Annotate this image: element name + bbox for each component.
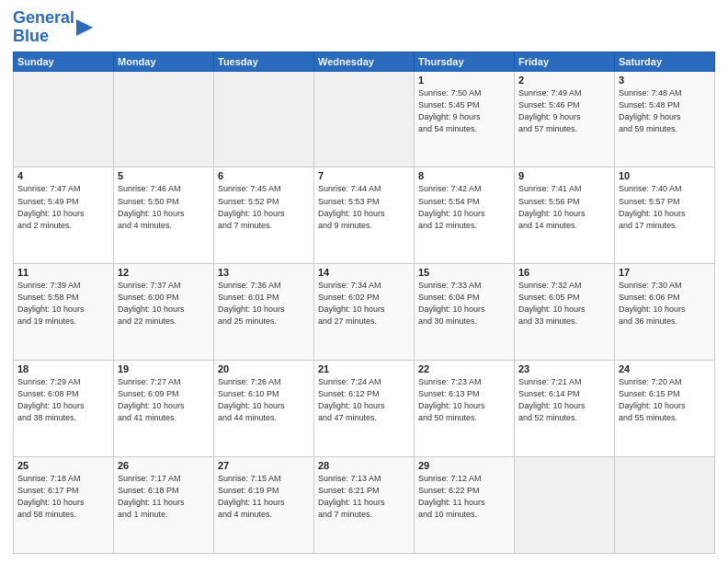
day-number: 12	[118, 267, 210, 278]
calendar-header-row: SundayMondayTuesdayWednesdayThursdayFrid…	[14, 52, 715, 71]
day-info: Sunrise: 7:30 AM Sunset: 6:06 PM Dayligh…	[619, 280, 711, 327]
day-header-monday: Monday	[114, 52, 214, 71]
calendar-cell: 26Sunrise: 7:17 AM Sunset: 6:18 PM Dayli…	[114, 457, 214, 554]
calendar-table: SundayMondayTuesdayWednesdayThursdayFrid…	[13, 52, 715, 554]
calendar-cell: 10Sunrise: 7:40 AM Sunset: 5:57 PM Dayli…	[615, 167, 715, 264]
day-info: Sunrise: 7:36 AM Sunset: 6:01 PM Dayligh…	[218, 280, 310, 327]
day-info: Sunrise: 7:47 AM Sunset: 5:49 PM Dayligh…	[17, 183, 109, 231]
logo-text2: Blue	[13, 28, 74, 46]
day-info: Sunrise: 7:41 AM Sunset: 5:56 PM Dayligh…	[518, 183, 610, 231]
calendar-cell: 28Sunrise: 7:13 AM Sunset: 6:21 PM Dayli…	[314, 457, 415, 554]
calendar-cell: 15Sunrise: 7:33 AM Sunset: 6:04 PM Dayli…	[415, 264, 515, 361]
day-number: 19	[118, 363, 210, 374]
day-number: 27	[218, 460, 310, 471]
calendar-cell	[515, 457, 615, 554]
day-info: Sunrise: 7:46 AM Sunset: 5:50 PM Dayligh…	[118, 183, 210, 231]
day-number: 22	[418, 363, 510, 374]
day-info: Sunrise: 7:40 AM Sunset: 5:57 PM Dayligh…	[619, 183, 711, 231]
day-info: Sunrise: 7:45 AM Sunset: 5:52 PM Dayligh…	[218, 183, 310, 231]
day-info: Sunrise: 7:32 AM Sunset: 6:05 PM Dayligh…	[518, 280, 610, 327]
day-number: 3	[619, 75, 711, 86]
day-info: Sunrise: 7:13 AM Sunset: 6:21 PM Dayligh…	[318, 473, 410, 521]
calendar-cell: 16Sunrise: 7:32 AM Sunset: 6:05 PM Dayli…	[515, 264, 615, 361]
calendar-cell: 1Sunrise: 7:50 AM Sunset: 5:45 PM Daylig…	[415, 71, 515, 167]
day-number: 2	[518, 75, 610, 86]
day-info: Sunrise: 7:49 AM Sunset: 5:46 PM Dayligh…	[518, 87, 610, 135]
header: General Blue	[13, 9, 715, 46]
day-info: Sunrise: 7:15 AM Sunset: 6:19 PM Dayligh…	[218, 473, 310, 521]
calendar-cell	[114, 71, 214, 167]
day-number: 24	[619, 363, 711, 374]
day-number: 1	[418, 75, 510, 86]
day-number: 15	[418, 267, 510, 278]
calendar-cell: 17Sunrise: 7:30 AM Sunset: 6:06 PM Dayli…	[615, 264, 715, 361]
calendar-week-5: 25Sunrise: 7:18 AM Sunset: 6:17 PM Dayli…	[14, 457, 715, 554]
calendar-cell: 4Sunrise: 7:47 AM Sunset: 5:49 PM Daylig…	[14, 167, 114, 264]
day-info: Sunrise: 7:48 AM Sunset: 5:48 PM Dayligh…	[619, 87, 711, 135]
day-header-tuesday: Tuesday	[214, 52, 314, 71]
day-info: Sunrise: 7:12 AM Sunset: 6:22 PM Dayligh…	[418, 473, 510, 521]
calendar-week-1: 1Sunrise: 7:50 AM Sunset: 5:45 PM Daylig…	[14, 71, 715, 167]
day-number: 18	[17, 363, 109, 374]
day-number: 11	[17, 267, 109, 278]
calendar-cell: 13Sunrise: 7:36 AM Sunset: 6:01 PM Dayli…	[214, 264, 314, 361]
calendar-cell	[14, 71, 114, 167]
calendar-cell: 25Sunrise: 7:18 AM Sunset: 6:17 PM Dayli…	[14, 457, 114, 554]
day-number: 26	[118, 460, 210, 471]
day-number: 4	[17, 170, 109, 181]
logo-text: General	[13, 9, 74, 28]
day-number: 9	[518, 170, 610, 181]
day-header-friday: Friday	[515, 52, 615, 71]
calendar-cell: 7Sunrise: 7:44 AM Sunset: 5:53 PM Daylig…	[314, 167, 415, 264]
day-number: 20	[218, 363, 310, 374]
day-info: Sunrise: 7:33 AM Sunset: 6:04 PM Dayligh…	[418, 280, 510, 327]
calendar-cell: 19Sunrise: 7:27 AM Sunset: 6:09 PM Dayli…	[114, 361, 214, 457]
calendar-week-3: 11Sunrise: 7:39 AM Sunset: 5:58 PM Dayli…	[14, 264, 715, 361]
calendar-cell: 9Sunrise: 7:41 AM Sunset: 5:56 PM Daylig…	[515, 167, 615, 264]
day-info: Sunrise: 7:18 AM Sunset: 6:17 PM Dayligh…	[17, 473, 109, 521]
day-number: 25	[17, 460, 109, 471]
day-number: 5	[118, 170, 210, 181]
day-header-wednesday: Wednesday	[314, 52, 415, 71]
day-info: Sunrise: 7:37 AM Sunset: 6:00 PM Dayligh…	[118, 280, 210, 327]
calendar-cell: 6Sunrise: 7:45 AM Sunset: 5:52 PM Daylig…	[214, 167, 314, 264]
day-number: 17	[619, 267, 711, 278]
day-header-sunday: Sunday	[14, 52, 114, 71]
page: General Blue SundayMondayTuesday	[0, 0, 728, 563]
day-info: Sunrise: 7:24 AM Sunset: 6:12 PM Dayligh…	[318, 376, 410, 424]
day-number: 23	[518, 363, 610, 374]
calendar-cell: 12Sunrise: 7:37 AM Sunset: 6:00 PM Dayli…	[114, 264, 214, 361]
calendar-cell: 18Sunrise: 7:29 AM Sunset: 6:08 PM Dayli…	[14, 361, 114, 457]
logo: General Blue	[13, 9, 93, 46]
day-info: Sunrise: 7:26 AM Sunset: 6:10 PM Dayligh…	[218, 376, 310, 424]
calendar-cell: 3Sunrise: 7:48 AM Sunset: 5:48 PM Daylig…	[615, 71, 715, 167]
calendar-cell: 14Sunrise: 7:34 AM Sunset: 6:02 PM Dayli…	[314, 264, 415, 361]
day-info: Sunrise: 7:17 AM Sunset: 6:18 PM Dayligh…	[118, 473, 210, 521]
calendar-cell: 29Sunrise: 7:12 AM Sunset: 6:22 PM Dayli…	[415, 457, 515, 554]
calendar-cell: 11Sunrise: 7:39 AM Sunset: 5:58 PM Dayli…	[14, 264, 114, 361]
day-info: Sunrise: 7:21 AM Sunset: 6:14 PM Dayligh…	[518, 376, 610, 424]
calendar-cell: 8Sunrise: 7:42 AM Sunset: 5:54 PM Daylig…	[415, 167, 515, 264]
calendar-cell: 20Sunrise: 7:26 AM Sunset: 6:10 PM Dayli…	[214, 361, 314, 457]
calendar-cell: 5Sunrise: 7:46 AM Sunset: 5:50 PM Daylig…	[114, 167, 214, 264]
day-info: Sunrise: 7:23 AM Sunset: 6:13 PM Dayligh…	[418, 376, 510, 424]
day-number: 8	[418, 170, 510, 181]
calendar-cell: 24Sunrise: 7:20 AM Sunset: 6:15 PM Dayli…	[615, 361, 715, 457]
day-info: Sunrise: 7:50 AM Sunset: 5:45 PM Dayligh…	[418, 87, 510, 135]
day-info: Sunrise: 7:29 AM Sunset: 6:08 PM Dayligh…	[17, 376, 109, 424]
day-number: 6	[218, 170, 310, 181]
day-number: 10	[619, 170, 711, 181]
day-info: Sunrise: 7:34 AM Sunset: 6:02 PM Dayligh…	[318, 280, 410, 327]
svg-marker-0	[76, 19, 93, 36]
calendar-cell	[615, 457, 715, 554]
day-info: Sunrise: 7:20 AM Sunset: 6:15 PM Dayligh…	[619, 376, 711, 424]
day-info: Sunrise: 7:42 AM Sunset: 5:54 PM Dayligh…	[418, 183, 510, 231]
day-number: 14	[318, 267, 410, 278]
day-header-thursday: Thursday	[415, 52, 515, 71]
day-number: 28	[318, 460, 410, 471]
day-info: Sunrise: 7:39 AM Sunset: 5:58 PM Dayligh…	[17, 280, 109, 327]
day-number: 29	[418, 460, 510, 471]
day-info: Sunrise: 7:27 AM Sunset: 6:09 PM Dayligh…	[118, 376, 210, 424]
logo-icon	[76, 17, 93, 38]
calendar-cell: 27Sunrise: 7:15 AM Sunset: 6:19 PM Dayli…	[214, 457, 314, 554]
